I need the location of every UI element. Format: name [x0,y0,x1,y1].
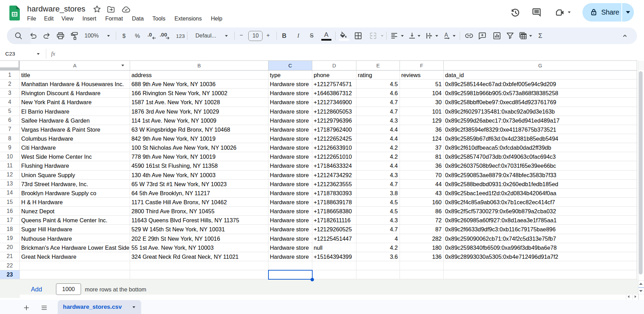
svg-text:A: A [444,32,448,38]
